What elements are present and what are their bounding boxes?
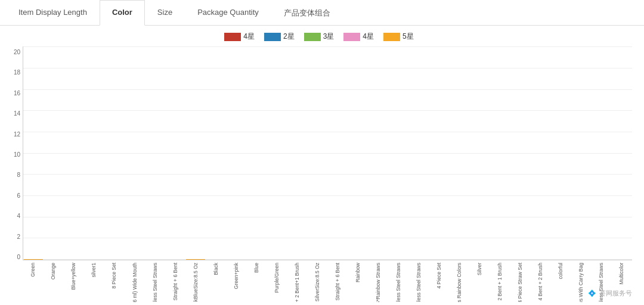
x-label-19: Colorful Stainless Steel Straws	[409, 260, 429, 302]
grid-line-10	[23, 46, 632, 47]
legend-label-3: 4星	[363, 32, 374, 42]
y-tick-0: 0	[6, 254, 23, 260]
x-label-12: Purple/Green	[267, 260, 287, 302]
x-label-15: 8.5*6 Straight + 6 Bent	[327, 260, 348, 302]
grid-line-0	[23, 259, 632, 260]
bar-8	[186, 259, 205, 260]
bar-0	[24, 259, 43, 260]
y-tick-20: 20	[6, 49, 23, 55]
legend-label-4: 5星	[402, 32, 414, 42]
legend-color-0	[224, 33, 241, 41]
tab-color[interactable]: Color	[100, 0, 145, 26]
grid-line-6	[23, 132, 632, 132]
y-axis: 02468101214161820	[6, 46, 23, 302]
tab-bar: Item Display LengthColorSizePackage Quan…	[0, 0, 644, 26]
x-label-2: Blue+yellow	[64, 260, 84, 302]
legend-color-2	[304, 33, 321, 41]
y-tick-8: 8	[6, 172, 23, 178]
x-label-7: 10.5*6 Straight + 6 Bent	[165, 260, 185, 302]
x-label-13: Rainbow:10.5*2 Straight + 2 Bent+1 Brush	[287, 260, 307, 302]
legend-item-1: 2星	[264, 32, 295, 42]
x-label-24: 4 Piece Straw Set	[510, 260, 531, 302]
x-label-16: Rainbow	[348, 260, 369, 302]
y-tick-10: 10	[6, 151, 23, 158]
x-label-20: 4 Piece Set	[429, 260, 450, 302]
y-tick-14: 14	[6, 110, 23, 117]
tab-package-quantity[interactable]: Package Quantity	[185, 0, 271, 26]
grid-line-9	[23, 68, 632, 69]
x-label-25: Rainbow:4 Straight + 4 Bent + 2 Brush	[531, 260, 551, 302]
x-label-1: Orange	[44, 260, 64, 302]
grid-line-2	[23, 217, 632, 217]
legend-label-0: 4星	[243, 32, 255, 42]
grid-line-5	[23, 153, 632, 154]
grid-line-4	[23, 174, 632, 175]
chart-body: 02468101214161820 GreenOrangeBlue+yellow…	[6, 46, 632, 302]
x-label-9: Black	[206, 260, 226, 302]
main-container: Item Display LengthColorSizePackage Quan…	[0, 0, 644, 305]
watermark-icon: 💠	[588, 290, 596, 297]
x-label-4: 8 Piece Set	[104, 260, 125, 302]
legend-label-1: 2星	[283, 32, 295, 42]
x-label-5: MiniSize:32 oz (946 ml) Wide Mouth	[125, 260, 145, 302]
legend-item-3: 4星	[343, 32, 374, 42]
x-label-10: Green+pink	[226, 260, 246, 302]
x-labels: GreenOrangeBlue+yellowsilver18 Piece Set…	[23, 260, 632, 302]
x-label-22: Silver	[470, 260, 490, 302]
grid-line-7	[23, 110, 632, 111]
bars-container	[23, 46, 632, 260]
x-label-3: silver1	[84, 260, 104, 302]
y-tick-16: 16	[6, 90, 23, 97]
x-label-14: SilverSize:8.5 Oz	[307, 260, 327, 302]
x-label-0: Green	[23, 260, 44, 302]
watermark: 💠 荟网服务号	[588, 289, 632, 298]
y-tick-18: 18	[6, 69, 23, 76]
grid-lines	[23, 46, 632, 260]
legend-color-1	[264, 33, 281, 41]
x-label-26: colorful	[551, 260, 571, 302]
tab-item-display-length[interactable]: Item Display Length	[6, 0, 100, 26]
legend-item-4: 5星	[383, 32, 414, 42]
x-label-6: Muti Sizes Stainless Steel Straws	[145, 260, 165, 302]
legend-label-2: 3星	[323, 32, 335, 42]
grid-line-1	[23, 238, 632, 238]
legend-color-4	[383, 33, 400, 41]
watermark-text: 荟网服务号	[599, 289, 632, 298]
grid-line-8	[23, 89, 632, 90]
bar-group-8	[185, 259, 206, 260]
bar-group-0	[23, 259, 44, 260]
tab-产品变体组合[interactable]: 产品变体组合	[271, 0, 343, 26]
legend-item-2: 3星	[304, 32, 335, 42]
legend: 4星2星3星4星5星	[6, 32, 632, 42]
x-label-21: 8pcs Rainbow Colors	[450, 260, 470, 302]
chart-area: 4星2星3星4星5星 02468101214161820 GreenOrange…	[0, 26, 644, 305]
y-tick-4: 4	[6, 213, 23, 219]
x-label-11: Blue	[246, 260, 267, 302]
y-tick-12: 12	[6, 131, 23, 138]
y-tick-2: 2	[6, 234, 23, 240]
x-label-8: PinkBlueSize:8.5 Oz	[185, 260, 206, 302]
tab-size[interactable]: Size	[145, 0, 185, 26]
chart-inner: GreenOrangeBlue+yellowsilver18 Piece Set…	[23, 46, 632, 302]
x-label-17: 10.5*Rainbow Straws	[369, 260, 389, 302]
legend-color-3	[343, 33, 360, 41]
legend-item-0: 4星	[224, 32, 255, 42]
grid-line-3	[23, 195, 632, 196]
x-label-18: Gold Stainless Steel Straws	[389, 260, 409, 302]
x-label-23: Silver:2 Straight + 2 Bent + 1 Brush	[490, 260, 510, 302]
y-tick-6: 6	[6, 192, 23, 199]
